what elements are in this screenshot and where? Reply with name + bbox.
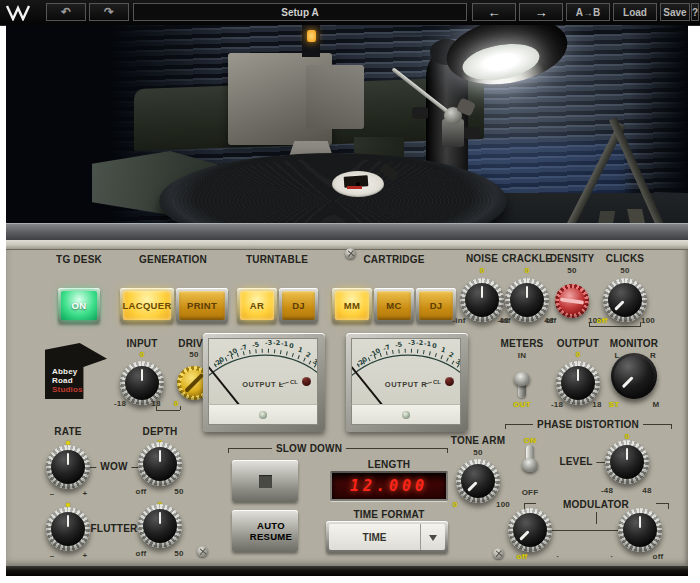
phase-distortion-label: PHASE DISTORTION [533,419,643,430]
phase-level-knob[interactable] [605,440,649,484]
meters-switch[interactable] [512,361,532,397]
noise-min: -inf [452,316,465,325]
meter-tick-label: -1 [281,340,289,348]
ab-compare-button[interactable]: A→B [566,3,610,21]
meter-title: OUTPUT R [385,380,427,389]
flutter-depth-knob[interactable] [138,504,182,548]
meter-tick-label: -2 [416,339,423,347]
tone-arm-value: 0 [453,500,458,509]
meter-tick-label: -3 [265,339,273,348]
help-button[interactable]: ? [691,3,699,21]
dropdown-arrow-button[interactable] [421,524,445,550]
button-label: LACQUER [123,291,171,320]
wow-depth-max: 50 [174,487,183,496]
screw-icon [259,411,267,419]
density-knob[interactable] [555,284,589,318]
flutter-label: FLUTTER [87,523,142,534]
tone-arm-top: 50 [473,448,482,457]
knob-pointer [519,531,529,541]
save-button[interactable]: Save [660,3,690,21]
crackle-min: -inf [497,316,510,325]
drive-value: 0 [174,399,179,408]
studio-scene [6,25,688,240]
stop-face [235,463,295,499]
waves-logo-icon [5,4,33,21]
flutter-rate-knob[interactable] [46,507,90,551]
output-max: 18 [592,400,601,409]
cutting-head-front [306,65,364,129]
record-label-red-text [347,186,362,189]
button-label: ON [61,291,97,320]
button-label: AR [240,291,274,320]
modulator-left-knob[interactable] [508,508,552,552]
amber-indicator-light [307,30,316,42]
turntable-dj-button[interactable]: DJ [279,288,318,323]
meter-tick-label: 0 [431,342,437,351]
cl-label: CL [433,379,441,385]
logo-text: Studios [52,385,83,394]
generation-print-button[interactable]: PRINT [176,288,228,323]
density-label: DENSITY [550,253,595,264]
undo-button[interactable]: ↶ [46,3,86,21]
cartridge-dj-button[interactable]: DJ [416,288,456,323]
control-panel: TG DESK GENERATION TURNTABLE CARTRIDGE O… [6,240,688,566]
redo-button[interactable]: ↷ [89,3,129,21]
modulator-right-max: off [653,552,664,561]
modulator-left-max: · [557,552,560,561]
length-display: 12.000 [330,471,448,501]
time-format-dropdown[interactable]: TIME [326,521,448,553]
slow-down-stop-button[interactable] [232,460,298,502]
wow-depth-min: off [136,487,147,496]
next-setup-button[interactable]: → [519,3,563,21]
meter-strip [208,404,318,425]
monitor-knob[interactable] [611,353,657,399]
clip-light [445,377,454,386]
phase-off-label: OFF [522,488,539,497]
crackle-knob[interactable] [505,278,549,322]
tone-arm-label: TONE ARM [451,435,505,446]
cartridge-mc-button[interactable]: MC [374,288,414,323]
screw-icon [345,248,356,259]
knob-slot [184,373,203,392]
dropdown-body: TIME [329,524,445,550]
modulator-left-value: off [517,552,528,561]
button-label: AUTO RESUME [235,513,307,549]
wow-rate-knob[interactable] [46,445,90,489]
crackle-value: 0 [525,266,530,275]
clicks-top: 50 [620,266,629,275]
meters-out-label: OUT [513,400,531,409]
noise-label: NOISE [466,253,498,264]
cartridge-mm-button[interactable]: MM [332,288,372,323]
undo-icon: ↶ [61,5,71,19]
wow-depth-knob[interactable] [138,442,182,486]
flutter-rate-min: – [50,551,55,560]
turntable-ar-button[interactable]: AR [237,288,277,323]
load-label: Load [623,7,647,18]
toggle-base [514,372,530,386]
generation-label: GENERATION [139,254,207,265]
auto-resume-button[interactable]: AUTO RESUME [232,510,298,552]
phase-distortion-switch[interactable] [520,447,540,483]
screw-icon [402,411,410,419]
meters-label: METERS [501,338,544,349]
button-label: PRINT [179,291,225,320]
generation-lacquer-button[interactable]: LACQUER [120,288,174,323]
slow-down-label: SLOW DOWN [272,443,346,454]
button-label: MM [335,291,369,320]
load-button[interactable]: Load [613,3,657,21]
setup-field[interactable]: Setup A [133,3,467,21]
length-value: 12.000 [350,477,428,495]
meter-tick-label: -2 [273,339,280,347]
tone-arm-knob[interactable] [456,459,500,503]
monitor-m-label: M [653,400,660,409]
knob-pointer [67,453,70,465]
desk-front-edge [6,223,688,240]
density-clicks-link [589,326,641,327]
output-knob[interactable] [556,361,600,405]
bracket-tick [505,424,506,429]
modulator-right-knob[interactable] [618,508,662,552]
tg-desk-on-button[interactable]: ON [58,288,100,323]
knob-pointer [141,369,144,381]
modulator-right-min: · [611,552,614,561]
prev-setup-button[interactable]: ← [472,3,516,21]
